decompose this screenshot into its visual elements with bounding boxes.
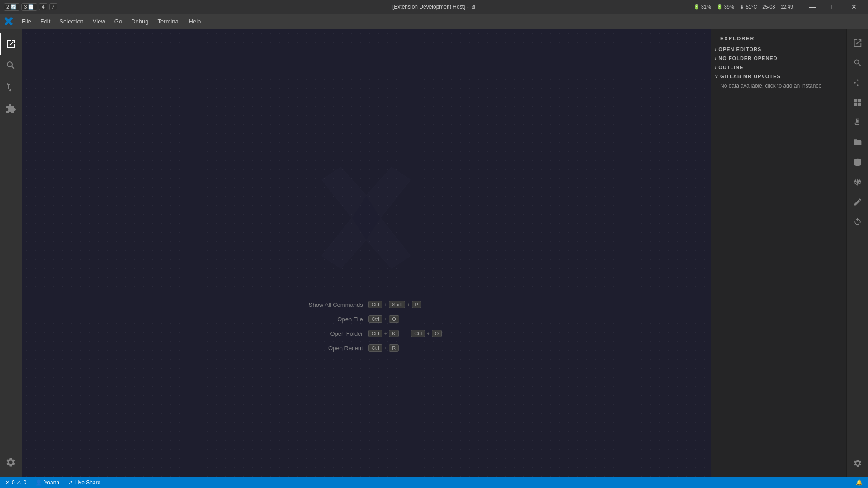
battery2-indicator: 🔋 39% xyxy=(717,4,734,10)
titlebar-icons: 2 🔄 3 📄 4 7 xyxy=(4,3,57,11)
titlebar-badge-1[interactable]: 2 🔄 xyxy=(4,3,19,11)
right-panel-explorer-icon[interactable] xyxy=(849,34,867,52)
vscode-watermark xyxy=(303,155,429,283)
shortcuts-area: Show All Commands Ctrl + Shift + P Open … xyxy=(291,301,442,352)
activitybar-search[interactable] xyxy=(0,55,22,76)
menu-terminal[interactable]: Terminal xyxy=(153,16,184,27)
right-panel-layout-icon[interactable] xyxy=(849,94,867,112)
battery-indicator: 🔋 31% xyxy=(693,4,711,10)
right-panel-git-icon[interactable] xyxy=(849,74,867,92)
warning-count: 0 xyxy=(24,479,27,486)
key-k: K xyxy=(389,330,398,337)
error-count: 0 xyxy=(12,479,15,486)
chevron-right-icon: › xyxy=(715,47,717,52)
window-controls: — □ ✕ xyxy=(802,0,864,14)
right-panel-edit2-icon[interactable] xyxy=(849,193,867,211)
minimize-button[interactable]: — xyxy=(802,0,823,14)
key-r: R xyxy=(389,344,399,352)
statusbar-user[interactable]: 👤 Yoann xyxy=(33,477,61,488)
menu-view[interactable]: View xyxy=(88,16,110,27)
shortcut-keys-open-recent: Ctrl + R xyxy=(368,344,399,352)
time-indicator: 12:49 xyxy=(780,4,793,9)
key-ctrl-3: Ctrl xyxy=(368,330,382,337)
sidebar-section-header-outline[interactable]: › OUTLINE xyxy=(711,63,846,72)
shortcut-keys-open-file: Ctrl + O xyxy=(368,315,399,323)
key-ctrl-5: Ctrl xyxy=(368,344,382,352)
maximize-button[interactable]: □ xyxy=(823,0,844,14)
activitybar xyxy=(0,29,22,477)
chevron-down-icon: ∨ xyxy=(715,74,718,79)
activitybar-source-control[interactable] xyxy=(0,76,22,98)
right-panel-folder-icon[interactable] xyxy=(849,133,867,151)
activitybar-extensions[interactable] xyxy=(0,98,22,120)
statusbar: ✕ 0 ⚠ 0 👤 Yoann ↗ Live Share 🔔 xyxy=(0,477,868,488)
menu-go[interactable]: Go xyxy=(110,16,127,27)
shortcut-open-file: Open File Ctrl + O xyxy=(291,315,442,323)
menu-debug[interactable]: Debug xyxy=(127,16,153,27)
titlebar-title: [Extension Development Host] - 🖥 xyxy=(392,4,476,10)
vscode-logo[interactable] xyxy=(4,16,14,26)
chevron-right-icon-2: › xyxy=(715,56,717,61)
sidebar-section-header-no-folder[interactable]: › NO FOLDER OPENED xyxy=(711,54,846,63)
menu-edit[interactable]: Edit xyxy=(36,16,55,27)
right-panel-search-icon[interactable] xyxy=(849,54,867,72)
right-panel-settings-icon[interactable] xyxy=(849,454,867,472)
key-o-2: O xyxy=(432,330,442,337)
key-p: P xyxy=(412,301,421,308)
sidebar-section-label-outline: OUTLINE xyxy=(718,65,743,70)
shortcut-label-show-commands: Show All Commands xyxy=(291,301,363,308)
menu-file[interactable]: File xyxy=(17,16,36,27)
svg-point-0 xyxy=(857,80,858,81)
sidebar-section-header-open-editors[interactable]: › OPEN EDITORS xyxy=(711,45,846,54)
statusbar-notification[interactable]: 🔔 xyxy=(854,477,864,488)
menu-selection[interactable]: Selection xyxy=(55,16,88,27)
shortcut-show-commands: Show All Commands Ctrl + Shift + P xyxy=(291,301,442,308)
svg-point-1 xyxy=(857,84,858,86)
statusbar-errors[interactable]: ✕ 0 ⚠ 0 xyxy=(4,477,28,488)
shortcut-label-open-folder: Open Folder xyxy=(291,330,363,337)
titlebar-badge-4[interactable]: 7 xyxy=(49,3,57,10)
titlebar: 2 🔄 3 📄 4 7 [Extension Development Host]… xyxy=(0,0,868,14)
svg-rect-6 xyxy=(858,103,861,106)
svg-rect-4 xyxy=(858,99,861,103)
liveshare-label: Live Share xyxy=(75,479,100,486)
right-panel xyxy=(846,29,868,477)
main-area: Show All Commands Ctrl + Shift + P Open … xyxy=(0,29,868,477)
notification-icon: 🔔 xyxy=(856,479,863,486)
editor-area: Show All Commands Ctrl + Shift + P Open … xyxy=(22,29,711,477)
right-panel-gitlab-icon[interactable] xyxy=(849,173,867,191)
sidebar-section-gitlab: ∨ GITLAB MR UPVOTES No data available, c… xyxy=(711,72,846,91)
titlebar-left: 2 🔄 3 📄 4 7 xyxy=(4,3,57,11)
key-ctrl-2: Ctrl xyxy=(368,315,382,323)
statusbar-liveshare[interactable]: ↗ Live Share xyxy=(66,477,102,488)
right-panel-sync-icon[interactable] xyxy=(849,213,867,231)
sidebar-section-label-gitlab: GITLAB MR UPVOTES xyxy=(720,74,781,79)
activitybar-settings[interactable] xyxy=(0,451,22,473)
close-button[interactable]: ✕ xyxy=(844,0,864,14)
editor-content: Show All Commands Ctrl + Shift + P Open … xyxy=(291,155,442,352)
key-o-1: O xyxy=(389,315,399,323)
right-panel-database-icon[interactable] xyxy=(849,153,867,171)
error-icon: ✕ xyxy=(5,479,10,486)
key-shift: Shift xyxy=(389,301,405,308)
statusbar-left: ✕ 0 ⚠ 0 👤 Yoann ↗ Live Share xyxy=(4,477,102,488)
shortcut-label-open-file: Open File xyxy=(291,316,363,323)
svg-rect-5 xyxy=(854,103,857,106)
titlebar-badge-2[interactable]: 3 📄 xyxy=(21,3,37,11)
sidebar-title: Explorer xyxy=(711,29,846,45)
date-indicator: 25-08 xyxy=(762,4,775,9)
sidebar-section-label-open-editors: OPEN EDITORS xyxy=(718,47,761,52)
menu-help[interactable]: Help xyxy=(184,16,206,27)
right-panel-beaker-icon[interactable] xyxy=(849,113,867,131)
sidebar-section-content-gitlab[interactable]: No data available, click to add an insta… xyxy=(711,81,846,91)
shortcut-keys-show-commands: Ctrl + Shift + P xyxy=(368,301,421,308)
shortcut-open-folder: Open Folder Ctrl + K Ctrl + O xyxy=(291,330,442,337)
shortcut-keys-open-folder-a: Ctrl + K xyxy=(368,330,399,337)
titlebar-badge-3[interactable]: 4 xyxy=(39,3,47,10)
activitybar-explorer[interactable] xyxy=(0,33,22,55)
chevron-right-icon-3: › xyxy=(715,65,717,70)
sidebar-section-header-gitlab[interactable]: ∨ GITLAB MR UPVOTES xyxy=(711,72,846,81)
shortcut-open-recent: Open Recent Ctrl + R xyxy=(291,344,442,352)
sidebar-section-label-no-folder: NO FOLDER OPENED xyxy=(718,56,777,61)
sidebar-explorer: Explorer › OPEN EDITORS › NO FOLDER OPEN… xyxy=(711,29,846,477)
